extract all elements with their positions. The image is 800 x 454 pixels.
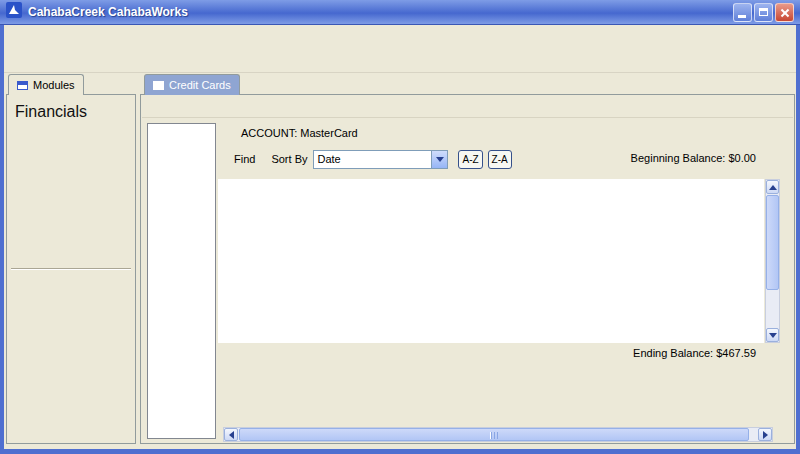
beginning-balance: Beginning Balance: $0.00 <box>631 152 756 164</box>
module-heading: Financials <box>7 95 135 125</box>
account-title: ACCOUNT: MasterCard <box>241 127 358 139</box>
toolbar <box>4 45 796 73</box>
credit-cards-panel: ACCOUNT: MasterCard Find Sort By Date A-… <box>140 94 795 444</box>
register-table <box>218 179 764 343</box>
minimize-button[interactable] <box>733 3 752 22</box>
scroll-left-button[interactable] <box>224 428 238 441</box>
sort-az-button[interactable]: A-Z <box>458 150 482 169</box>
vertical-scroll-thumb[interactable] <box>766 195 779 290</box>
find-label: Find <box>234 153 255 165</box>
maximize-button[interactable] <box>754 3 773 22</box>
chevron-down-icon[interactable] <box>431 151 447 168</box>
account-list <box>147 123 216 439</box>
sort-select-value: Date <box>314 153 431 165</box>
scroll-right-button[interactable] <box>758 428 772 441</box>
app-icon <box>6 2 22 22</box>
sort-by-label: Sort By <box>271 153 307 165</box>
window-border-left <box>0 25 4 454</box>
find-row: Find Sort By Date A-Z Z-A <box>234 148 517 170</box>
scroll-up-button[interactable] <box>766 180 779 194</box>
action-bar <box>142 96 793 118</box>
app-window: CahabaCreek CahabaWorks Modules Financia… <box>0 0 800 454</box>
tab-modules-label: Modules <box>33 79 75 91</box>
window-icon <box>17 81 28 90</box>
window-border-bottom <box>0 449 800 454</box>
window-title: CahabaCreek CahabaWorks <box>28 5 188 19</box>
menu-bar <box>4 25 796 45</box>
tab-modules[interactable]: Modules <box>8 74 84 95</box>
scroll-down-button[interactable] <box>766 328 779 342</box>
horizontal-scroll-thumb[interactable] <box>239 428 749 441</box>
divider <box>11 268 131 270</box>
sort-za-button[interactable]: Z-A <box>488 150 512 169</box>
ending-balance: Ending Balance: $467.59 <box>633 347 756 359</box>
vertical-scrollbar[interactable] <box>765 179 780 343</box>
tab-credit-cards[interactable]: Credit Cards <box>144 74 240 95</box>
horizontal-scrollbar[interactable] <box>223 427 773 442</box>
sort-select[interactable]: Date <box>313 150 448 169</box>
modules-panel: Financials <box>6 94 136 444</box>
window-border-right <box>796 25 800 454</box>
window-controls <box>733 3 794 22</box>
close-button[interactable] <box>775 3 794 22</box>
tab-credit-cards-label: Credit Cards <box>169 79 231 91</box>
title-bar: CahabaCreek CahabaWorks <box>0 0 800 25</box>
window-icon <box>153 81 164 90</box>
